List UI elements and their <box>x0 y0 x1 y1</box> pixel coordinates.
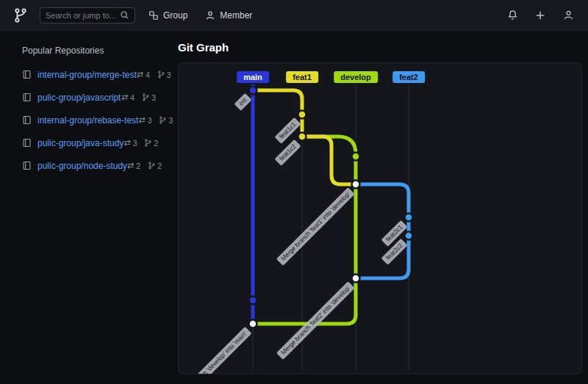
top-navbar: Group Member <box>0 0 588 31</box>
repo-stats: ⇄4 3 <box>137 70 171 79</box>
compare-icon: ⇄ <box>121 93 128 101</box>
commit-dot-merge-develop-main[interactable] <box>249 320 257 328</box>
branch-count: 2 <box>157 162 162 170</box>
branch-count: 2 <box>154 139 158 148</box>
commit-dot-feat2c1[interactable] <box>405 214 413 222</box>
repo-stats: ⇄2 2 <box>127 162 162 170</box>
commit-dot-init[interactable] <box>249 87 257 95</box>
git-graph-panel: main feat1 develop feat2 init feat1c1 fe… <box>178 62 582 374</box>
compare-count: 4 <box>130 93 135 102</box>
compare-count: 3 <box>133 139 137 148</box>
repo-item: pulic-group/java-study ⇄3 2 <box>0 131 178 154</box>
repo-book-icon <box>22 138 32 148</box>
commit-dot-merge-feat1-develop[interactable] <box>352 181 360 189</box>
repo-book-icon <box>22 93 32 102</box>
search-box <box>40 7 135 23</box>
commit-dot-main-c2[interactable] <box>249 297 257 305</box>
compare-count: 4 <box>146 70 150 79</box>
repo-link[interactable]: internal-group/merge-test <box>37 70 137 80</box>
add-plus-icon[interactable] <box>532 7 548 23</box>
nav-item-group[interactable]: Group <box>148 10 187 21</box>
branch-icon <box>142 93 149 101</box>
search-icon <box>120 10 129 20</box>
navbar-actions <box>504 7 576 23</box>
main-area: Git Graph <box>178 31 588 384</box>
commit-dot-developc1[interactable] <box>352 153 360 161</box>
nav-item-group-label: Group <box>163 10 187 21</box>
compare-icon: ⇄ <box>127 162 134 170</box>
repo-link[interactable]: pulic-group/node-study <box>37 161 127 171</box>
search-input[interactable] <box>46 11 120 20</box>
commit-dot-feat1c2[interactable] <box>298 133 306 141</box>
repo-link[interactable]: internal-group/rebase-test <box>37 115 138 126</box>
branch-icon <box>157 70 165 79</box>
compare-count: 2 <box>136 162 140 170</box>
sidebar-title: Popular Repositories <box>0 46 178 56</box>
branch-badge-develop[interactable]: develop <box>334 71 378 83</box>
compare-icon: ⇄ <box>123 139 130 147</box>
git-graph-svg <box>179 63 582 374</box>
repo-book-icon <box>22 115 32 125</box>
content-area: Popular Repositories internal-group/merg… <box>0 31 588 384</box>
branch-count: 3 <box>167 70 171 79</box>
repo-book-icon <box>22 161 32 170</box>
git-logo-icon[interactable] <box>12 7 29 24</box>
branch-count: 3 <box>168 116 173 125</box>
repo-stats: ⇄3 3 <box>138 116 173 125</box>
nav-item-member[interactable]: Member <box>205 10 252 21</box>
sidebar: Popular Repositories internal-group/merg… <box>0 31 178 384</box>
commit-dot-merge-feat2-develop[interactable] <box>352 275 360 283</box>
user-avatar-icon[interactable] <box>560 7 576 23</box>
branch-badge-main[interactable]: main <box>237 71 269 83</box>
commit-dot-feat2c2[interactable] <box>405 232 413 240</box>
compare-icon: ⇄ <box>137 70 143 79</box>
notifications-bell-icon[interactable] <box>504 7 520 23</box>
app-window: Group Member <box>0 0 588 384</box>
branch-icon <box>148 162 155 170</box>
page-title: Git Graph <box>178 41 588 54</box>
repo-link[interactable]: pulic-group/javascript <box>37 93 121 103</box>
compare-count: 3 <box>148 116 152 125</box>
compare-icon: ⇄ <box>138 116 145 124</box>
repo-link[interactable]: pulic-group/java-study <box>37 138 123 148</box>
repo-stats: ⇄4 3 <box>121 93 156 102</box>
branch-badge-feat1[interactable]: feat1 <box>286 71 318 83</box>
repo-stats: ⇄3 2 <box>123 139 158 148</box>
repo-item: internal-group/merge-test ⇄4 3 <box>0 63 178 86</box>
repo-book-icon <box>22 70 32 79</box>
branch-icon <box>144 139 151 147</box>
repo-item: pulic-group/javascript ⇄4 3 <box>0 86 178 109</box>
branch-badge-feat2[interactable]: feat2 <box>392 71 425 83</box>
branch-icon <box>159 116 166 124</box>
member-icon <box>205 10 215 21</box>
repo-item: internal-group/rebase-test ⇄3 3 <box>0 109 178 131</box>
repo-item: pulic-group/node-study ⇄2 2 <box>0 154 178 177</box>
nav-item-member-label: Member <box>220 10 252 21</box>
commit-dot-feat1c1[interactable] <box>298 111 306 119</box>
group-icon <box>148 10 159 21</box>
branch-line-feat1-merge <box>302 137 356 184</box>
branch-count: 3 <box>151 93 156 102</box>
